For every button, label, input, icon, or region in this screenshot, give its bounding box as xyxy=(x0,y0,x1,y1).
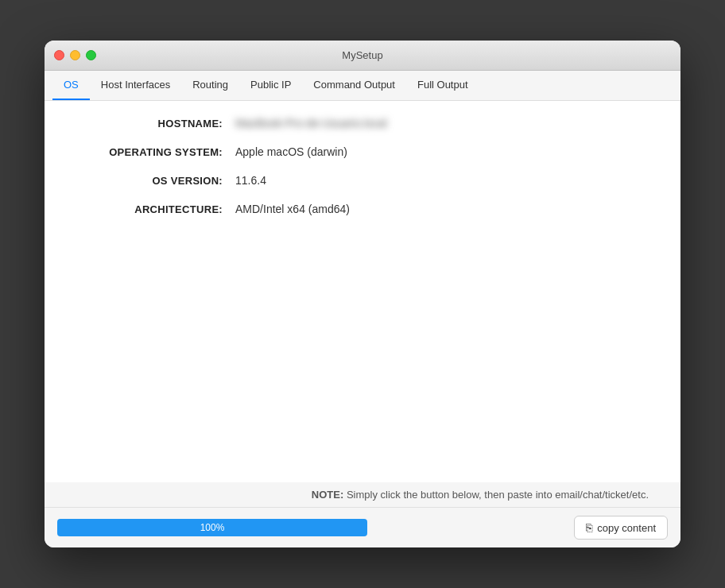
bottom-bar: 100% ⎘ copy content xyxy=(45,507,680,547)
version-label: OS VERSION: xyxy=(76,175,235,187)
copy-content-button[interactable]: ⎘ copy content xyxy=(574,516,668,540)
copy-label: copy content xyxy=(597,522,656,534)
note-bar: NOTE: Simply click the button below, the… xyxy=(45,482,680,507)
tab-os[interactable]: OS xyxy=(52,71,90,100)
hostname-row: HOSTNAME: MacBook-Pro-de-Usuario.local xyxy=(76,117,649,130)
tab-bar: OS Host Interfaces Routing Public IP Com… xyxy=(45,71,680,101)
os-value: Apple macOS (darwin) xyxy=(235,145,347,158)
hostname-label: HOSTNAME: xyxy=(76,118,235,130)
hostname-value: MacBook-Pro-de-Usuario.local xyxy=(235,117,387,130)
tab-public-ip[interactable]: Public IP xyxy=(239,71,302,100)
arch-label: ARCHITECTURE: xyxy=(76,203,235,215)
version-value: 11.6.4 xyxy=(235,174,266,187)
minimize-button[interactable] xyxy=(70,50,80,60)
progress-label: 100% xyxy=(200,522,225,533)
app-window: MySetup OS Host Interfaces Routing Publi… xyxy=(45,41,680,547)
arch-value: AMD/Intel x64 (amd64) xyxy=(235,203,350,215)
os-row: OPERATING SYSTEM: Apple macOS (darwin) xyxy=(76,145,649,158)
progress-bar: 100% xyxy=(57,519,367,536)
traffic-lights xyxy=(54,50,96,60)
note-text: Simply click the button below, then past… xyxy=(343,489,649,501)
tab-full-output[interactable]: Full Output xyxy=(406,71,479,100)
main-content: HOSTNAME: MacBook-Pro-de-Usuario.local O… xyxy=(45,101,680,482)
window-title: MySetup xyxy=(342,49,382,61)
tab-command-output[interactable]: Command Output xyxy=(302,71,406,100)
titlebar: MySetup xyxy=(45,41,680,71)
tab-host-interfaces[interactable]: Host Interfaces xyxy=(90,71,181,100)
version-row: OS VERSION: 11.6.4 xyxy=(76,174,649,187)
close-button[interactable] xyxy=(54,50,64,60)
os-label: OPERATING SYSTEM: xyxy=(76,146,235,158)
arch-row: ARCHITECTURE: AMD/Intel x64 (amd64) xyxy=(76,203,649,215)
note-prefix: NOTE: xyxy=(312,489,343,501)
maximize-button[interactable] xyxy=(86,50,96,60)
copy-icon: ⎘ xyxy=(586,521,592,534)
tab-routing[interactable]: Routing xyxy=(181,71,239,100)
